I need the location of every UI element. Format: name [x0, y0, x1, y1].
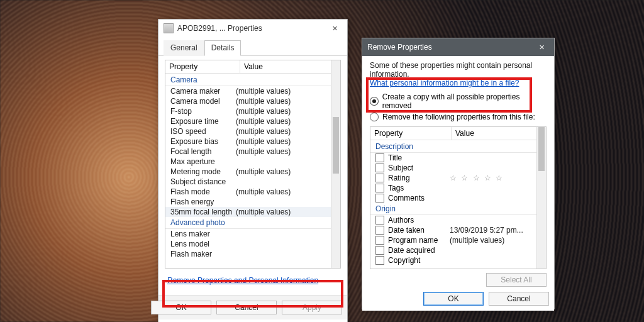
table-row[interactable]: Camera model(multiple values): [165, 96, 331, 106]
checkbox[interactable]: [375, 184, 384, 192]
prop-name: Subject: [388, 164, 450, 172]
checkbox[interactable]: [375, 256, 384, 265]
prop-name: Metering mode: [170, 167, 236, 176]
dialog-buttons: OK Cancel Apply: [158, 295, 347, 319]
table-row[interactable]: Lens model: [165, 239, 331, 249]
check-row[interactable]: Program name(multiple values): [370, 235, 537, 245]
prop-name: Exposure bias: [170, 137, 236, 146]
dialog-buttons: OK Cancel: [362, 287, 554, 311]
titlebar[interactable]: Remove Properties: [362, 38, 554, 56]
property-list: Property Value CameraCamera maker(multip…: [165, 60, 341, 269]
remove-properties-link[interactable]: Remove Properties and Personal Informati…: [167, 276, 318, 285]
table-row[interactable]: ISO speed(multiple values): [165, 126, 331, 136]
check-row[interactable]: Date taken13/09/2019 5:27 pm...: [370, 225, 537, 235]
prop-name: Max aperture: [170, 157, 236, 166]
col-property[interactable]: Property: [165, 60, 240, 73]
col-property[interactable]: Property: [370, 127, 452, 140]
checkbox[interactable]: [375, 174, 384, 182]
tab-general[interactable]: General: [164, 40, 204, 56]
prop-name: Rating: [388, 174, 450, 182]
prop-name: Flash maker: [170, 250, 236, 258]
checkbox[interactable]: [375, 246, 384, 255]
prop-value: (multiple values): [450, 236, 537, 245]
scrollbar[interactable]: [536, 127, 546, 269]
list-header: Property Value: [165, 60, 340, 74]
property-check-list: Property Value DescriptionTitleSubjectRa…: [370, 126, 547, 269]
prop-name: Lens model: [170, 240, 236, 248]
table-row[interactable]: Flash mode(multiple values): [165, 187, 331, 197]
table-row[interactable]: Lens maker: [165, 229, 331, 239]
table-row[interactable]: Camera maker(multiple values): [165, 86, 331, 96]
radio-icon: [370, 113, 379, 121]
prop-value: [236, 197, 331, 206]
prop-name: Comments: [388, 194, 450, 203]
table-row[interactable]: Flash energy: [165, 197, 331, 207]
ok-button[interactable]: OK: [423, 292, 484, 306]
close-icon[interactable]: [327, 22, 342, 35]
apply-button[interactable]: Apply: [282, 301, 342, 314]
table-row[interactable]: Subject distance: [165, 177, 331, 187]
prop-name: Program name: [388, 236, 450, 245]
radio-group: Create a copy with all possible properti…: [362, 90, 554, 126]
prop-name: Lens maker: [170, 230, 236, 238]
prop-value: (multiple values): [236, 187, 331, 196]
prop-value: (multiple values): [236, 97, 331, 106]
prop-name: Camera model: [170, 97, 236, 106]
prop-value: [236, 230, 331, 238]
prop-value: (multiple values): [236, 208, 331, 216]
check-row[interactable]: Copyright: [370, 255, 537, 265]
info-link[interactable]: What personal information might be in a …: [370, 79, 519, 87]
close-icon[interactable]: [534, 41, 549, 53]
scroll-thumb[interactable]: [333, 117, 339, 174]
radio-create-copy[interactable]: Create a copy with all possible properti…: [370, 91, 547, 111]
prop-value: (multiple values): [236, 147, 331, 156]
table-row[interactable]: Metering mode(multiple values): [165, 167, 331, 177]
prop-value: [236, 177, 331, 186]
checkbox[interactable]: [375, 164, 384, 172]
checkbox[interactable]: [375, 153, 384, 162]
remove-properties-dialog: Remove Properties Some of these properti…: [362, 38, 555, 309]
col-value[interactable]: Value: [452, 127, 546, 140]
prop-value: ☆ ☆ ☆ ☆ ☆: [450, 174, 537, 182]
table-row[interactable]: Focal length(multiple values): [165, 147, 331, 157]
table-row[interactable]: Exposure bias(multiple values): [165, 136, 331, 147]
ok-button[interactable]: OK: [151, 301, 211, 314]
table-row[interactable]: F-stop(multiple values): [165, 106, 331, 116]
check-row[interactable]: Authors: [370, 215, 537, 225]
check-row[interactable]: Rating☆ ☆ ☆ ☆ ☆: [370, 173, 537, 183]
check-row[interactable]: Tags: [370, 183, 537, 193]
prop-value: (multiple values): [236, 117, 331, 126]
scroll-thumb[interactable]: [538, 127, 545, 171]
check-row[interactable]: Date acquired: [370, 245, 537, 255]
checkbox[interactable]: [375, 236, 384, 245]
prop-value: (multiple values): [236, 127, 331, 136]
tab-details[interactable]: Details: [204, 40, 242, 56]
prop-name: ISO speed: [170, 127, 236, 136]
prop-name: Subject distance: [170, 177, 236, 186]
prop-name: Tags: [388, 184, 450, 192]
cancel-button[interactable]: Cancel: [489, 292, 549, 306]
check-row[interactable]: Comments: [370, 193, 537, 203]
checkbox[interactable]: [375, 226, 384, 235]
cancel-button[interactable]: Cancel: [216, 301, 277, 314]
check-row[interactable]: Title: [370, 153, 537, 163]
prop-name: Flash energy: [170, 197, 236, 206]
prop-name: Copyright: [388, 256, 450, 265]
prop-value: [236, 240, 331, 248]
table-row[interactable]: Flash maker: [165, 249, 331, 259]
table-row[interactable]: 35mm focal length(multiple values): [165, 207, 331, 217]
table-row[interactable]: Exposure time(multiple values): [165, 116, 331, 126]
check-row[interactable]: Subject: [370, 163, 537, 173]
checkbox[interactable]: [375, 194, 384, 203]
checkbox[interactable]: [375, 216, 384, 225]
col-value[interactable]: Value: [240, 60, 340, 73]
radio-remove-following[interactable]: Remove the following properties from thi…: [370, 111, 547, 123]
table-row[interactable]: Max aperture: [165, 157, 331, 167]
prop-name: Title: [388, 153, 450, 162]
scrollbar[interactable]: [331, 60, 340, 268]
prop-name: F-stop: [170, 107, 236, 116]
titlebar[interactable]: APOB2991, ... Properties: [158, 19, 347, 37]
select-all-button[interactable]: Select All: [486, 273, 547, 287]
prop-name: Authors: [388, 216, 450, 225]
prop-value: (multiple values): [236, 107, 331, 116]
